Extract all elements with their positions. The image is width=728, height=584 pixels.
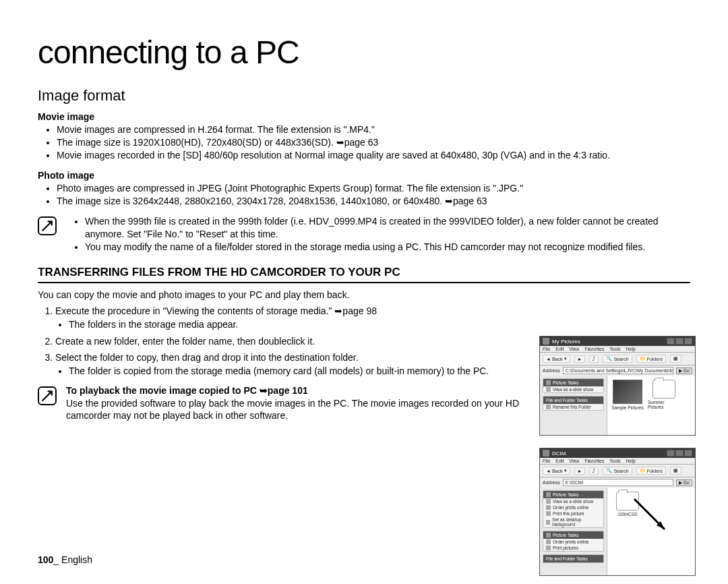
menu-view[interactable]: View [569,347,579,351]
picture-tasks-label: Picture Tasks [553,492,579,497]
close-button[interactable] [684,450,692,457]
thumbnail-label: Summer Pictures [648,400,680,409]
list-item: The image size is 3264x2448, 2880x2160, … [57,195,690,208]
thumbnail-item[interactable]: Summer Pictures [648,380,680,410]
menu-help[interactable]: Help [626,347,636,351]
screenshot-my-pictures: My Pictures File Edit View Favorites Too… [539,336,696,436]
menu-tools[interactable]: Tools [609,347,620,351]
menu-edit[interactable]: Edit [555,459,564,463]
slideshow-icon [546,387,551,392]
go-button[interactable]: ▶ Go [676,479,692,486]
maximize-button[interactable] [675,450,684,457]
slideshow-label: View as a slide show [553,499,593,504]
views-button[interactable]: ▦ [670,467,681,475]
search-button[interactable]: 🔍Search [603,355,632,363]
screenshot-dcim: DCIM File Edit View Favorites Tools Help… [539,448,696,576]
slideshow-link[interactable]: View as a slide show [543,498,603,504]
menu-favorites[interactable]: Favorites [584,459,604,463]
movie-image-list: Movie images are compressed in H.264 for… [38,123,690,162]
print-picture-link[interactable]: Print this picture [543,510,603,517]
up-button[interactable]: ⤴ [589,355,599,363]
back-button[interactable]: ◄Back▾ [543,467,570,475]
menu-file[interactable]: File [543,459,550,463]
views-button[interactable]: ▦ [670,355,681,363]
address-label: Address [543,368,560,373]
step-text: Create a new folder, enter the folder na… [55,336,315,347]
step-2: Create a new folder, enter the folder na… [55,334,523,348]
print-picture-label: Print this picture [553,511,584,516]
go-button[interactable]: ▶ Go [676,368,692,374]
content-pane[interactable]: Sample Pictures Summer Pictures [607,376,695,435]
note-icon [38,216,57,235]
menu-bar: File Edit View Favorites Tools Help [540,458,695,464]
go-label: Go [684,368,690,373]
explorer-body: Picture Tasks View as a slide show File … [540,376,695,435]
picture-tasks-header-2[interactable]: Picture Tasks [543,531,603,539]
photo-image-heading: Photo image [38,170,690,181]
step-text: Execute the procedure in "Viewing the co… [55,305,377,316]
explorer-body: Picture Tasks View as a slide show Order… [540,488,695,575]
content-pane[interactable]: 100HCSD [607,488,695,575]
minimize-button[interactable] [667,338,675,345]
search-label: Search [613,469,628,473]
thumbnail-label: Sample Pictures [611,405,643,410]
file-folder-tasks-header[interactable]: File and Folder Tasks [543,555,603,562]
up-button[interactable]: ⤴ [589,467,599,475]
minimize-button[interactable] [667,450,675,457]
step-1: Execute the procedure in "Viewing the co… [55,304,523,332]
picture-tasks-header[interactable]: Picture Tasks [543,379,603,386]
list-item: Movie images are compressed in H.264 for… [57,123,690,136]
close-button[interactable] [684,338,692,345]
order-prints-link-2[interactable]: Order prints online [543,539,603,545]
folders-button[interactable]: 📁Folders [636,355,666,363]
order-prints-link[interactable]: Order prints online [543,504,603,510]
side-pane: Picture Tasks View as a slide show File … [540,376,607,435]
printer-icon [546,511,551,516]
side-pane: Picture Tasks View as a slide show Order… [540,488,607,575]
maximize-button[interactable] [675,338,684,345]
rename-link[interactable]: Rename this Folder [543,404,603,410]
note-list: When the 999th file is created in the 99… [66,215,690,254]
menu-view[interactable]: View [569,459,579,463]
address-input[interactable]: E:\DCIM [563,479,673,486]
page-footer: 100_ English [38,554,92,565]
menu-help[interactable]: Help [626,459,636,463]
back-button[interactable]: ◄Back▾ [543,355,570,363]
slideshow-label: View as a slide show [553,387,593,392]
picture-icon [546,533,551,537]
picture-icon [546,492,551,497]
page-number: 100 [38,554,53,565]
rename-icon [546,405,551,409]
folders-button[interactable]: 📁Folders [636,467,666,475]
address-bar: Address C:\Documents and Settings\LJVC\M… [540,365,695,376]
playback-heading: To playback the movie image copied to PC… [66,385,523,396]
window-title: My Pictures [552,339,580,345]
window-titlebar[interactable]: DCIM [540,448,695,458]
picture-tasks-label-2: Picture Tasks [553,533,579,537]
list-item: Photo images are compressed in JPEG (Joi… [57,182,690,195]
transfer-heading: TRANSFERRING FILES FROM THE HD CAMCORDER… [38,266,690,283]
print-pictures-label: Print pictures [553,546,578,550]
rename-label: Rename this Folder [553,405,591,409]
screenshot-stack: My Pictures File Edit View Favorites Too… [539,336,696,584]
menu-tools[interactable]: Tools [609,459,620,463]
forward-button[interactable]: ► [574,355,586,363]
forward-icon: ► [578,357,582,361]
thumbnail-item[interactable]: 100HCSD [611,492,644,517]
window-titlebar[interactable]: My Pictures [540,337,695,346]
picture-tasks-header[interactable]: Picture Tasks [543,491,603,498]
menu-favorites[interactable]: Favorites [584,347,604,351]
slideshow-link[interactable]: View as a slide show [543,386,603,392]
print-pictures-link[interactable]: Print pictures [543,545,603,551]
address-input[interactable]: C:\Documents and Settings\LJVC\My Docume… [563,367,673,374]
file-folder-tasks-header[interactable]: File and Folder Tasks [543,397,603,404]
thumbnail-item[interactable]: Sample Pictures [611,380,644,410]
menu-file[interactable]: File [543,347,550,351]
search-icon: 🔍 [606,468,612,473]
set-desktop-link[interactable]: Set as desktop background [543,517,603,527]
list-item: Movie images recorded in the [SD] 480/60… [57,149,690,162]
views-icon: ▦ [673,468,678,473]
search-button[interactable]: 🔍Search [603,467,632,475]
menu-edit[interactable]: Edit [555,347,564,351]
forward-button[interactable]: ► [574,467,586,475]
